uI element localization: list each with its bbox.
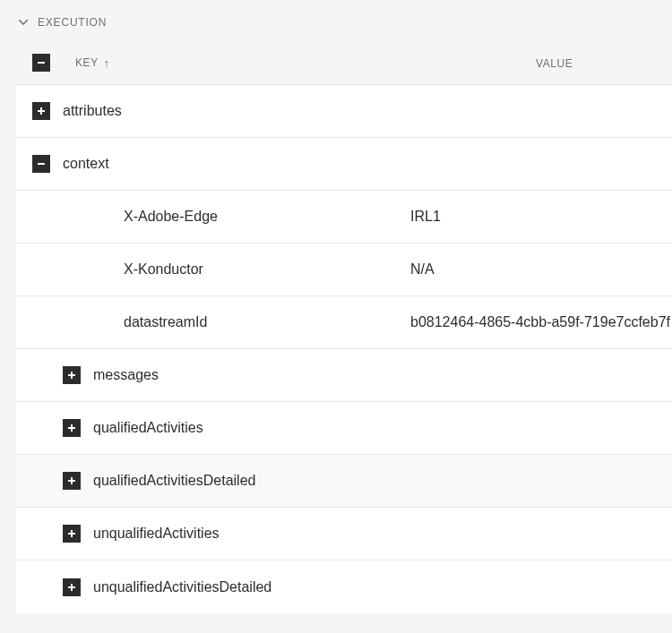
svg-rect-7 bbox=[68, 427, 75, 429]
svg-rect-2 bbox=[38, 110, 45, 112]
svg-rect-5 bbox=[68, 374, 75, 376]
row-key: datastreamId bbox=[124, 314, 207, 330]
collapse-all-toggle[interactable] bbox=[32, 54, 63, 72]
plus-icon bbox=[32, 102, 50, 120]
svg-rect-11 bbox=[68, 533, 75, 535]
row-key: X-Adobe-Edge bbox=[124, 209, 218, 225]
table-header-row: KEY ↑ VALUE bbox=[16, 41, 672, 84]
tree-row[interactable]: X-KonductorN/A bbox=[16, 244, 672, 296]
row-value: b0812464-4865-4cbb-a59f-719e7ccfeb7f bbox=[410, 314, 670, 330]
tree-table: KEY ↑ VALUE attributescontextX-Adobe-Edg… bbox=[0, 41, 672, 613]
tree-row[interactable]: unqualifiedActivities bbox=[16, 508, 672, 560]
expand-toggle[interactable] bbox=[63, 419, 93, 437]
expand-toggle[interactable] bbox=[63, 366, 93, 384]
tree-body: attributescontextX-Adobe-EdgeIRL1X-Kondu… bbox=[16, 84, 672, 613]
sort-ascending-icon: ↑ bbox=[104, 56, 110, 70]
row-key: unqualifiedActivitiesDetailed bbox=[93, 579, 271, 595]
expand-toggle[interactable] bbox=[63, 525, 93, 543]
tree-row[interactable]: qualifiedActivities bbox=[16, 402, 672, 455]
row-key: messages bbox=[93, 367, 159, 383]
expand-toggle[interactable] bbox=[63, 578, 93, 596]
row-value: N/A bbox=[410, 261, 435, 278]
row-key: X-Konductor bbox=[124, 261, 203, 278]
section-header[interactable]: EXECUTION bbox=[0, 0, 672, 41]
tree-row[interactable]: datastreamIdb0812464-4865-4cbb-a59f-719e… bbox=[16, 296, 672, 349]
expand-toggle[interactable] bbox=[63, 472, 93, 490]
svg-rect-9 bbox=[68, 480, 75, 482]
tree-row[interactable]: X-Adobe-EdgeIRL1 bbox=[16, 191, 672, 244]
minus-icon bbox=[32, 155, 50, 173]
row-key: attributes bbox=[63, 103, 122, 119]
plus-icon bbox=[63, 366, 81, 384]
row-key: qualifiedActivitiesDetailed bbox=[93, 473, 255, 489]
plus-icon bbox=[63, 472, 81, 490]
row-key: unqualifiedActivities bbox=[93, 526, 220, 542]
row-value: IRL1 bbox=[410, 209, 441, 225]
plus-icon bbox=[63, 525, 81, 543]
minus-icon bbox=[32, 54, 50, 72]
column-header-key[interactable]: KEY ↑ bbox=[75, 56, 380, 70]
svg-rect-0 bbox=[38, 62, 45, 64]
expand-toggle[interactable] bbox=[32, 102, 63, 120]
tree-row[interactable]: messages bbox=[16, 349, 672, 402]
svg-rect-13 bbox=[68, 586, 75, 588]
row-key: context bbox=[63, 156, 109, 172]
column-header-value[interactable]: VALUE bbox=[392, 55, 672, 71]
svg-rect-3 bbox=[38, 163, 45, 165]
chevron-down-icon bbox=[18, 17, 29, 28]
tree-row[interactable]: attributes bbox=[16, 85, 672, 138]
row-key: qualifiedActivities bbox=[93, 420, 203, 436]
plus-icon bbox=[63, 419, 81, 437]
expand-toggle[interactable] bbox=[32, 155, 63, 173]
tree-row[interactable]: qualifiedActivitiesDetailed bbox=[16, 455, 672, 508]
tree-row[interactable]: unqualifiedActivitiesDetailed bbox=[16, 560, 672, 613]
tree-row[interactable]: context bbox=[16, 138, 672, 191]
section-title: EXECUTION bbox=[38, 16, 107, 29]
plus-icon bbox=[63, 578, 81, 596]
